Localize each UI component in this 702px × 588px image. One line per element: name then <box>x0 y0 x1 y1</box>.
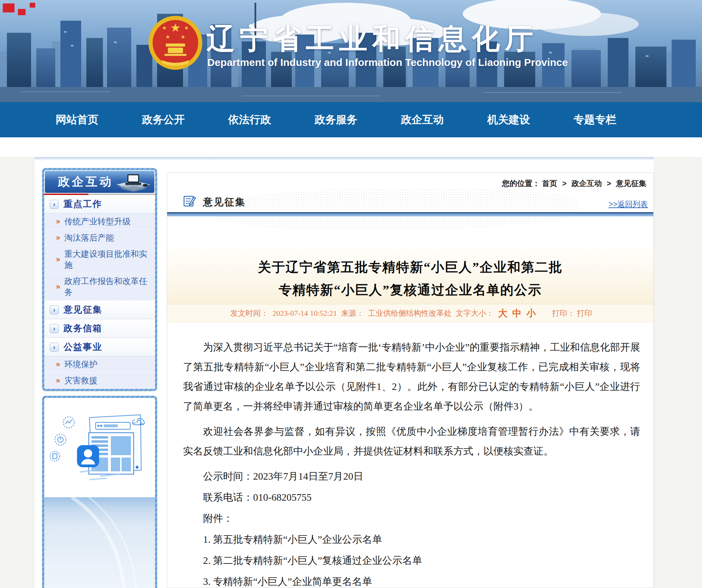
svg-text:★: ★ <box>170 21 181 34</box>
breadcrumb-prefix: 您的位置： <box>502 179 540 188</box>
main-panel: 您的位置： 首页 > 政企互动 > 意见征集 意见征集 >>返回列表 关于辽宁省… <box>167 173 654 588</box>
main-navigation: 网站首页 政务公开 依法行政 政务服务 政企互动 机关建设 专题专栏 <box>0 102 702 137</box>
edit-note-icon <box>183 194 196 207</box>
svg-text:★: ★ <box>184 25 189 31</box>
article-paragraph: 为深入贯彻习近平总书记关于“培育一批‘专精特新’中小企业”的重要指示精神，工业和… <box>183 337 640 416</box>
double-arrow-icon: » <box>56 217 60 226</box>
nav-item-home[interactable]: 网站首页 <box>34 112 120 127</box>
sidebar-item-eliminate-capacity[interactable]: » 淘汰落后产能 <box>44 230 155 246</box>
breadcrumb-current-page[interactable]: 意见征集 <box>616 179 646 188</box>
double-arrow-icon: » <box>56 376 60 385</box>
fontsize-small-button[interactable]: 小 <box>527 307 536 320</box>
breadcrumb-home[interactable]: 首页 <box>542 179 557 188</box>
fontsize-medium-button[interactable]: 中 <box>512 307 522 320</box>
breadcrumb-separator: > <box>562 179 567 188</box>
svg-text:★: ★ <box>181 34 185 40</box>
sidebar-item-key-work[interactable]: › 重点工作 <box>44 195 155 214</box>
nav-item-special-topics[interactable]: 专题专栏 <box>552 112 638 127</box>
nav-item-gov-affairs[interactable]: 政务公开 <box>120 112 206 127</box>
nav-item-gov-enterprise[interactable]: 政企互动 <box>379 112 465 127</box>
svg-text:★: ★ <box>165 34 170 40</box>
sidebar-item-opinion-collection[interactable]: › 意见征集 <box>44 301 155 319</box>
sidebar-item-disaster-relief[interactable]: » 灾害救援 <box>44 373 155 389</box>
site-subtitle-en: Department of Industry and Information T… <box>207 57 568 68</box>
spacer <box>167 216 653 248</box>
web-service-illustration <box>48 401 152 494</box>
site-title: 辽宁省工业和信息化厅 <box>206 20 538 58</box>
content-top-gradient <box>35 157 654 160</box>
chevron-right-icon: › <box>50 324 59 333</box>
china-national-emblem-icon: ★ ★ ★ ★ ★ <box>146 12 204 76</box>
spacer <box>0 137 702 157</box>
source-label: 来源： <box>341 308 364 318</box>
article-title-line2: 专精特新“小巨人”复核通过企业名单的公示 <box>167 278 653 301</box>
sidebar-header: 政企互动 <box>45 171 154 193</box>
page-background: 政企互动 › 重点工作 <box>0 157 702 588</box>
breadcrumb-gov-enterprise[interactable]: 政企互动 <box>571 179 602 188</box>
sidebar-item-industry-upgrade[interactable]: » 传统产业转型升级 <box>44 214 155 230</box>
nav-item-law-admin[interactable]: 依法行政 <box>206 112 293 127</box>
double-arrow-icon: » <box>56 282 60 291</box>
attachment-item-3[interactable]: 3. 专精特新“小巨人”企业简单更名名单 <box>183 572 640 588</box>
contact-phone: 联系电话：010-68205755 <box>183 488 640 507</box>
attachment-item-2[interactable]: 2. 第二批专精特新“小巨人”复核通过企业公示名单 <box>183 551 640 570</box>
attachment-item-1[interactable]: 1. 第五批专精特新“小巨人”企业公示名单 <box>183 530 640 549</box>
back-to-list-link[interactable]: >>返回列表 <box>608 199 648 209</box>
chevron-right-icon: › <box>50 343 59 352</box>
content-wrapper: 政企互动 › 重点工作 <box>35 157 654 588</box>
publicity-period: 公示时间：2023年7月14日至7月20日 <box>183 467 640 486</box>
source-value: 工业供给侧结构性改革处 <box>368 308 452 318</box>
double-arrow-icon: » <box>56 360 60 369</box>
chevron-right-icon: › <box>50 200 59 209</box>
breadcrumb-separator: > <box>607 179 611 188</box>
article-paragraph: 欢迎社会各界参与监督，如有异议，按照《优质中小企业梯度培育管理暂行办法》中有关要… <box>183 422 640 461</box>
article-body: 为深入贯彻习近平总书记关于“培育一批‘专精特新’中小企业”的重要指示精神，工业和… <box>167 322 653 588</box>
publish-time-value: 2023-07-14 10:52:21 <box>272 309 337 318</box>
sidebar: 政企互动 › 重点工作 <box>42 168 157 588</box>
nav-item-services[interactable]: 政务服务 <box>293 112 379 127</box>
double-arrow-icon: » <box>56 255 60 264</box>
nav-item-org-building[interactable]: 机关建设 <box>465 112 552 127</box>
divider <box>167 213 653 216</box>
sidebar-menu-box: 政企互动 › 重点工作 <box>42 168 157 391</box>
chevron-right-icon: › <box>50 305 59 314</box>
svg-text:★: ★ <box>162 25 166 31</box>
section-header: 意见征集 >>返回列表 <box>167 189 653 211</box>
article-meta-bar: 发文时间： 2023-07-14 10:52:21 来源： 工业供给侧结构性改革… <box>167 304 653 322</box>
article-title-line1: 关于辽宁省第五批专精特新“小巨人”企业和第二批 <box>167 256 653 278</box>
sidebar-item-public-welfare[interactable]: › 公益事业 <box>44 338 155 356</box>
publish-time-label: 发文时间： <box>230 308 268 318</box>
fontsize-large-button[interactable]: 大 <box>498 307 508 320</box>
sidebar-gradient-panel <box>44 497 155 588</box>
sidebar-item-gov-report-reform[interactable]: » 政府工作报告和改革任务 <box>44 273 155 301</box>
breadcrumb: 您的位置： 首页 > 政企互动 > 意见征集 <box>167 173 653 189</box>
sidebar-item-environment[interactable]: » 环境保护 <box>44 356 155 373</box>
double-arrow-icon: » <box>56 233 60 242</box>
computer-desk-icon <box>109 173 151 192</box>
print-button[interactable]: 打印 <box>577 308 592 318</box>
sidebar-header-title: 政企互动 <box>45 174 113 190</box>
fontsize-label: 文字大小： <box>456 308 494 318</box>
section-title: 意见征集 <box>203 196 246 209</box>
sidebar-item-gov-mailbox[interactable]: › 政务信箱 <box>44 319 155 338</box>
sidebar-illustration-box <box>42 396 157 588</box>
print-label: 打印： <box>552 308 575 318</box>
article-title-block: 关于辽宁省第五批专精特新“小巨人”企业和第二批 专精特新“小巨人”复核通过企业名… <box>167 248 653 304</box>
attachments-label: 附件： <box>183 509 640 528</box>
site-banner: ★ ★ ★ ★ ★ 辽宁省工业和信息化厅 Department of Indus… <box>0 0 702 102</box>
sidebar-item-major-projects[interactable]: » 重大建设项目批准和实施 <box>44 246 155 273</box>
